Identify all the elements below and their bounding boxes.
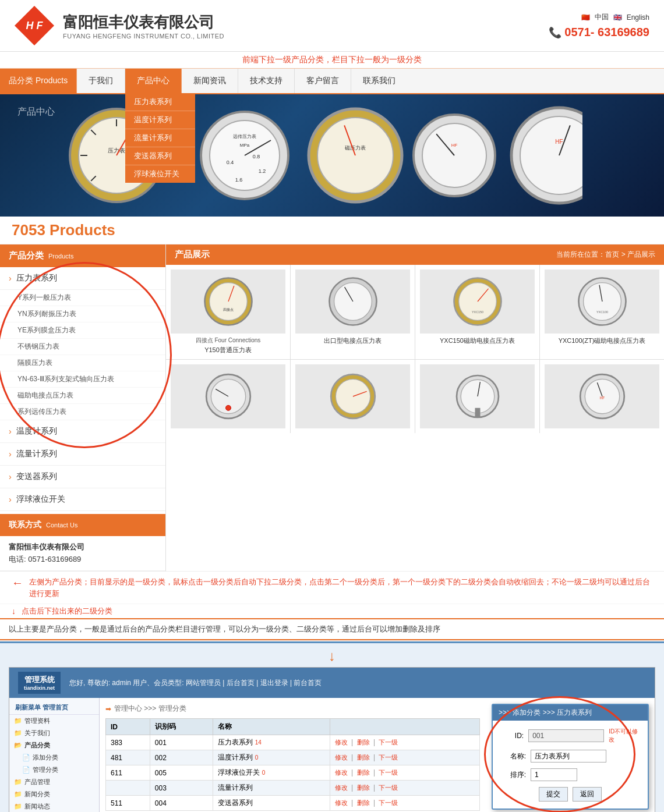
sidebar-cat-pressure[interactable]: › 压力表系列 bbox=[0, 267, 165, 290]
action-sep-2: | bbox=[373, 738, 375, 746]
admin-menu-products[interactable]: 📁 产品管理 bbox=[9, 776, 99, 788]
action-sub-1[interactable]: 下一级 bbox=[379, 739, 398, 746]
product-name-1: Y150普通压力表 bbox=[171, 346, 285, 354]
svg-text:MPa: MPa bbox=[240, 143, 250, 148]
sidebar-header: 产品分类 Products bbox=[0, 244, 165, 267]
arrow-icon-temp: › bbox=[9, 427, 12, 436]
sidebar-sub-diaphragm[interactable]: 隔膜压力表 bbox=[0, 355, 165, 371]
sub-item-temp[interactable]: 温度计系列 bbox=[125, 111, 195, 129]
action-delete-3[interactable]: 删除 bbox=[357, 769, 370, 776]
lang-switcher[interactable]: 🇨🇳 中国 🇬🇧 English bbox=[581, 12, 649, 22]
nav-item-contact[interactable]: 联系我们 bbox=[351, 69, 407, 93]
product-display-header: 产品展示 当前所在位置：首页 > 产品展示 bbox=[166, 244, 664, 265]
sidebar-title: 产品分类 bbox=[9, 250, 44, 261]
action-delete-2[interactable]: 删除 bbox=[357, 754, 370, 761]
admin-menu-news[interactable]: 📁 新闻动态 bbox=[9, 800, 99, 812]
product-img-1: 四接点 bbox=[171, 270, 285, 334]
arrow-icon-float: › bbox=[9, 495, 12, 504]
action-edit-5[interactable]: 修改 bbox=[335, 799, 348, 806]
nav-item-about[interactable]: 于我们 bbox=[77, 69, 125, 93]
sidebar-cat-transmitter[interactable]: › 变送器系列 bbox=[0, 466, 165, 488]
product-item-7[interactable] bbox=[415, 360, 539, 433]
action-sub-2[interactable]: 下一级 bbox=[379, 754, 398, 761]
modal-title-text: >>> 添加分类 >>> 压力表系列 bbox=[499, 708, 592, 718]
header: H F 富阳恒丰仪表有限公司 FUYANG HENGFENG INSTRUMEN… bbox=[0, 0, 664, 52]
sidebar-cat-flow[interactable]: › 流量计系列 bbox=[0, 443, 165, 466]
admin-header: 管理系统 tiandixin.net 您好, 尊敬的: admin 用户、会员类… bbox=[9, 668, 655, 698]
admin-menu-about[interactable]: 📁 关于我们 bbox=[9, 727, 99, 739]
action-sub-4[interactable]: 下一级 bbox=[379, 784, 398, 791]
sidebar-sub-remote[interactable]: 系列远传压力表 bbox=[0, 404, 165, 420]
sidebar-sub-yn[interactable]: YN系列耐振压力表 bbox=[0, 306, 165, 322]
row-id: 611 bbox=[106, 765, 150, 781]
nav-item-categories[interactable]: 品分类 Products bbox=[0, 69, 77, 93]
admin-menu-data[interactable]: 📁 管理资料 bbox=[9, 715, 99, 727]
product-item-5[interactable] bbox=[166, 360, 290, 433]
action-edit-3[interactable]: 修改 bbox=[335, 769, 348, 776]
action-delete-4[interactable]: 删除 bbox=[357, 784, 370, 791]
modal-id-input[interactable] bbox=[528, 729, 604, 742]
modal-title-bar: >>> 添加分类 >>> 压力表系列 bbox=[493, 705, 648, 721]
table-row: 481 002 温度计系列 0 修改 | 删除 | 下一级 bbox=[106, 750, 480, 765]
lang-en[interactable]: English bbox=[627, 13, 649, 22]
sidebar-sub-magnetic[interactable]: 磁助电接点压力表 bbox=[0, 388, 165, 404]
sub-item-transmitter[interactable]: 变送器系列 bbox=[125, 147, 195, 165]
product-item-3[interactable]: YXC150 YXC150磁助电接点压力表 bbox=[415, 265, 539, 359]
sidebar-sub-yn63[interactable]: YN-63-Ⅲ系列支架式轴向压力表 bbox=[0, 371, 165, 388]
sidebar-sub-y[interactable]: Y系列一般压力表 bbox=[0, 290, 165, 306]
lang-cn[interactable]: 中国 bbox=[595, 12, 609, 22]
action-sub-5[interactable]: 下一级 bbox=[379, 799, 398, 806]
sub-item-float[interactable]: 浮球液位开关 bbox=[125, 165, 195, 183]
svg-text:YXC150: YXC150 bbox=[471, 310, 483, 314]
action-sep-10: | bbox=[373, 799, 375, 807]
modal-back-button[interactable]: 返回 bbox=[573, 787, 602, 802]
product-item-6[interactable] bbox=[291, 360, 415, 433]
product-img-7 bbox=[420, 364, 535, 428]
table-row: 611 005 浮球液位开关 0 修改 | 删除 | 下一级 bbox=[106, 765, 480, 781]
product-img-8: HF bbox=[545, 364, 659, 428]
svg-text:1.2: 1.2 bbox=[259, 168, 266, 174]
action-sub-3[interactable]: 下一级 bbox=[379, 769, 398, 776]
admin-menu-manage-category[interactable]: 📄 管理分类 bbox=[9, 764, 99, 776]
arrow-down-admin: ↓ bbox=[9, 648, 655, 664]
sidebar-sub: Products bbox=[48, 253, 73, 260]
sub-item-flow[interactable]: 流量计系列 bbox=[125, 129, 195, 147]
sidebar-sub-ye[interactable]: YE系列膜盒压力表 bbox=[0, 322, 165, 339]
action-edit-1[interactable]: 修改 bbox=[335, 739, 348, 746]
sidebar-cat-temp[interactable]: › 温度计系列 bbox=[0, 420, 165, 443]
action-sep-1: | bbox=[351, 738, 353, 746]
company-cn: 富阳恒丰仪表有限公司 bbox=[63, 12, 224, 33]
product-img-6 bbox=[295, 364, 410, 428]
flag-en-icon: 🇬🇧 bbox=[613, 13, 622, 22]
sub-item-pressure[interactable]: 压力表系列 bbox=[125, 93, 195, 111]
nav-item-news[interactable]: 新闻资讯 bbox=[182, 69, 238, 93]
edit-modal: >>> 添加分类 >>> 压力表系列 ID: ID不可以修改 名称: bbox=[492, 704, 649, 810]
svg-text:磁压力表: 磁压力表 bbox=[344, 145, 366, 151]
nav-item-feedback[interactable]: 客户留言 bbox=[295, 69, 351, 93]
modal-sort-input[interactable] bbox=[531, 768, 577, 781]
admin-menu-add-category[interactable]: 📄 添加分类 bbox=[9, 751, 99, 764]
nav-item-products[interactable]: 产品中心 压力表系列 温度计系列 流量计系列 变送器系列 浮球液位开关 bbox=[125, 69, 182, 93]
action-delete-5[interactable]: 删除 bbox=[357, 799, 370, 806]
admin-menu-refresh[interactable]: 刷新菜单 管理首页 bbox=[9, 701, 99, 715]
row-name: 浮球液位开关 0 bbox=[213, 765, 330, 781]
product-item-1[interactable]: 四接点 四接点 Four Connections Y150普通压力表 bbox=[166, 265, 290, 359]
action-edit-2[interactable]: 修改 bbox=[335, 754, 348, 761]
product-item-8[interactable]: HF bbox=[540, 360, 664, 433]
admin-menu-news-cat[interactable]: 📁 新闻分类 bbox=[9, 788, 99, 800]
modal-name-field: 名称: bbox=[500, 750, 641, 763]
flag-cn-icon: 🇨🇳 bbox=[581, 13, 590, 22]
admin-menu-category[interactable]: 📂 产品分类 bbox=[9, 739, 99, 751]
product-item-4[interactable]: YXC100 YXC100(ZT)磁助电接点压力表 bbox=[540, 265, 664, 359]
sidebar-sub-stainless[interactable]: 不锈钢压力表 bbox=[0, 339, 165, 355]
nav-item-tech[interactable]: 技术支持 bbox=[238, 69, 295, 93]
modal-name-input[interactable] bbox=[531, 750, 606, 763]
action-delete-1[interactable]: 删除 bbox=[357, 739, 370, 746]
action-sep-5: | bbox=[351, 768, 353, 776]
modal-submit-button[interactable]: 提交 bbox=[539, 787, 568, 802]
sidebar-cat-float[interactable]: › 浮球液位开关 bbox=[0, 488, 165, 511]
action-edit-4[interactable]: 修改 bbox=[335, 784, 348, 791]
products-count: 7053 Products bbox=[12, 221, 115, 239]
product-item-2[interactable]: 出口型电接点压力表 bbox=[291, 265, 415, 359]
contact-title: 联系方式 bbox=[9, 520, 41, 530]
